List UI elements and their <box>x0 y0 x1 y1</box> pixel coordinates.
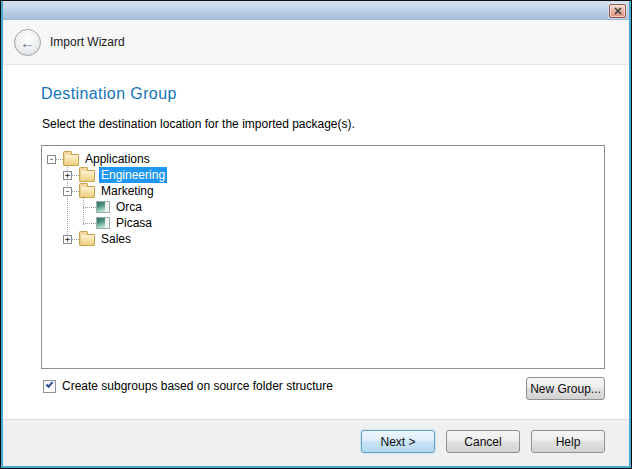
tree-item-label[interactable]: Picasa <box>114 215 154 231</box>
tree-item-orca[interactable]: Orca <box>42 199 604 215</box>
tree-item-sales[interactable]: + Sales <box>42 231 604 247</box>
help-button[interactable]: Help <box>531 430 605 453</box>
title-bar <box>1 1 631 20</box>
next-button[interactable]: Next > <box>361 430 435 453</box>
instruction-text: Select the destination location for the … <box>42 117 355 131</box>
back-arrow-icon: ← <box>20 35 35 50</box>
expand-expander-icon[interactable]: + <box>63 235 72 244</box>
wizard-title: Import Wizard <box>50 35 125 49</box>
collapse-expander-icon[interactable]: - <box>47 155 56 164</box>
create-subgroups-checkbox[interactable] <box>43 380 56 393</box>
back-button[interactable]: ← <box>14 29 41 56</box>
create-subgroups-option: Create subgroups based on source folder … <box>43 379 333 393</box>
destination-tree: - Applications + Engineering - Marketing… <box>41 145 605 369</box>
folder-icon <box>63 154 79 166</box>
tree-connector <box>56 159 63 160</box>
tree-item-applications[interactable]: - Applications <box>42 151 604 167</box>
expand-expander-icon[interactable]: + <box>63 171 72 180</box>
page-title: Destination Group <box>41 85 177 103</box>
footer-button-bar: Next > Cancel Help <box>3 419 629 466</box>
package-icon <box>96 217 110 229</box>
checkmark-icon <box>46 380 54 388</box>
cancel-button[interactable]: Cancel <box>446 430 520 453</box>
tree-connector <box>72 175 79 176</box>
tree-item-label[interactable]: Sales <box>99 231 133 247</box>
package-icon <box>96 201 110 213</box>
tree-connector <box>83 223 96 224</box>
new-group-button[interactable]: New Group... <box>526 377 605 400</box>
collapse-expander-icon[interactable]: - <box>63 187 72 196</box>
folder-icon <box>79 186 95 198</box>
tree-item-picasa[interactable]: Picasa <box>42 215 604 231</box>
tree-item-marketing[interactable]: - Marketing <box>42 183 604 199</box>
tree-item-engineering[interactable]: + Engineering <box>42 167 604 183</box>
tree-item-label[interactable]: Marketing <box>99 183 156 199</box>
tree-connector <box>83 207 96 208</box>
tree-connector <box>72 191 79 192</box>
import-wizard-window: ← Import Wizard Destination Group Select… <box>0 0 632 469</box>
tree-item-label-selected[interactable]: Engineering <box>99 167 167 183</box>
tree-item-label[interactable]: Orca <box>114 199 144 215</box>
folder-icon <box>79 170 95 182</box>
close-button[interactable] <box>609 4 626 18</box>
tree-connector <box>72 239 79 240</box>
folder-icon <box>79 234 95 246</box>
create-subgroups-label: Create subgroups based on source folder … <box>62 379 333 393</box>
wizard-header: ← Import Wizard <box>2 20 630 65</box>
close-icon <box>614 7 622 15</box>
tree-item-label[interactable]: Applications <box>83 151 152 167</box>
